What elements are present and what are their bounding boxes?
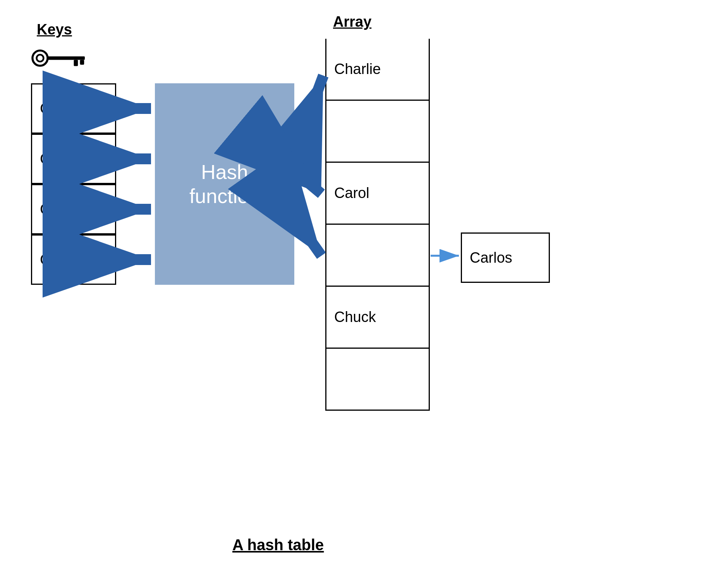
svg-line-11 <box>298 76 323 143</box>
array-cell-1 <box>325 101 430 163</box>
array-cell-0: Charlie <box>325 39 430 101</box>
svg-line-12 <box>298 174 321 194</box>
svg-rect-4 <box>80 60 84 64</box>
key-box-chuck: Chuck <box>31 184 116 234</box>
diagram-container: Keys Carol Carlos Chuck Charlie Hashfunc… <box>0 0 728 575</box>
hash-function-label: Hashfunction <box>189 160 260 208</box>
svg-point-1 <box>37 55 44 62</box>
array-cell-4: Chuck <box>325 287 430 349</box>
key-box-carlos: Carlos <box>31 134 116 184</box>
key-box-carol: Carol <box>31 83 116 134</box>
carlos-box: Carlos <box>461 232 550 283</box>
svg-point-0 <box>33 50 48 65</box>
array-cell-3 <box>325 225 430 287</box>
svg-rect-2 <box>47 57 85 60</box>
array-cell-5 <box>325 349 430 411</box>
key-icon <box>29 43 91 74</box>
hash-function-box: Hashfunction <box>155 83 294 285</box>
key-box-charlie: Charlie <box>31 234 116 285</box>
svg-rect-3 <box>74 60 78 66</box>
array-label: Array <box>333 14 371 30</box>
svg-line-13 <box>298 223 321 256</box>
keys-label: Keys <box>37 21 72 38</box>
bottom-label: A hash table <box>232 536 324 554</box>
array-cell-2: Carol <box>325 163 430 225</box>
